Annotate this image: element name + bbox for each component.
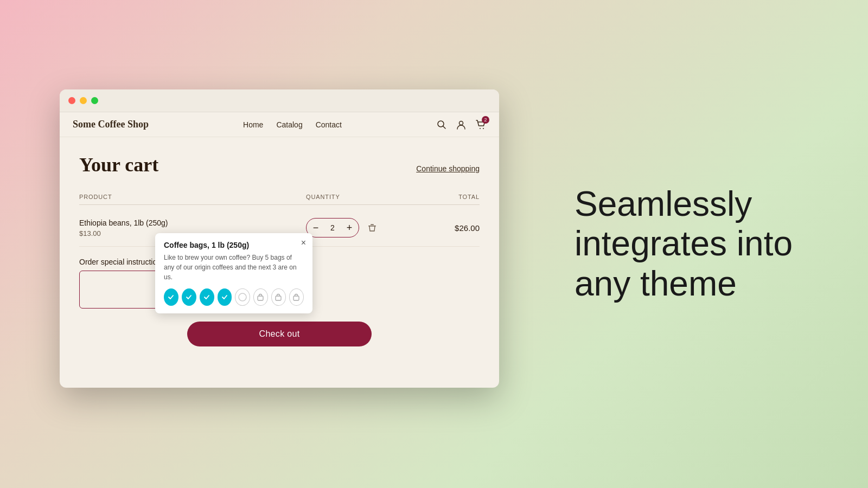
svg-rect-14: [293, 296, 299, 300]
quantity-controls: − 2 +: [306, 218, 414, 237]
popup-description: Like to brew your own coffee? Buy 5 bags…: [164, 253, 304, 282]
svg-point-2: [459, 121, 463, 125]
header-total: TOTAL: [414, 194, 480, 200]
quantity-stepper: − 2 +: [306, 218, 359, 237]
nav-links: Home Catalog Contact: [243, 120, 342, 129]
mac-window: Some Coffee Shop Home Catalog Contact: [60, 89, 499, 388]
quantity-increase-button[interactable]: +: [340, 219, 359, 237]
upsell-popup: × Coffee bags, 1 lb (250g) Like to brew …: [155, 233, 312, 313]
table-header: PRODUCT QUANTITY TOTAL: [79, 189, 480, 205]
svg-line-1: [443, 126, 446, 129]
popup-icon-bag-2: [271, 288, 286, 306]
account-icon[interactable]: [456, 119, 467, 130]
checkout-section: Check out: [79, 322, 480, 346]
popup-close-button[interactable]: ×: [301, 239, 306, 247]
cart-header: Your cart Continue shopping: [79, 153, 480, 176]
popup-icon-checked-2: [182, 288, 196, 306]
nav-home[interactable]: Home: [243, 120, 263, 129]
svg-point-4: [483, 128, 484, 129]
right-panel: Seamlessly integrates into any theme: [499, 163, 868, 326]
nav-catalog[interactable]: Catalog: [276, 120, 302, 129]
nav-contact[interactable]: Contact: [316, 120, 342, 129]
delete-item-button[interactable]: [368, 223, 376, 232]
tagline-line1: Seamlessly: [575, 184, 752, 223]
nav-icons: 2: [436, 119, 486, 130]
header-quantity: QUANTITY: [306, 194, 414, 200]
navbar: Some Coffee Shop Home Catalog Contact: [60, 112, 499, 137]
svg-rect-6: [371, 224, 374, 226]
svg-point-11: [239, 293, 246, 301]
popup-icon-checked-3: [200, 288, 214, 306]
svg-point-3: [480, 128, 481, 129]
minimize-button[interactable]: [80, 97, 87, 104]
tagline: Seamlessly integrates into any theme: [575, 184, 793, 304]
svg-rect-12: [258, 296, 263, 300]
checkout-button[interactable]: Check out: [187, 322, 372, 346]
header-product: PRODUCT: [79, 194, 306, 200]
close-button[interactable]: [68, 97, 75, 104]
product-total: $26.00: [414, 223, 480, 233]
popup-icon-checked-4: [218, 288, 232, 306]
main-content: Your cart Continue shopping PRODUCT QUAN…: [60, 137, 499, 363]
svg-rect-13: [276, 296, 281, 300]
popup-icon-bag-3: [289, 288, 304, 306]
cart-title: Your cart: [79, 153, 158, 176]
popup-icon-empty-1: [235, 288, 250, 306]
product-name: Ethiopia beans, 1lb (250g): [79, 219, 306, 227]
product-row: Ethiopia beans, 1lb (250g) $13.00 − 2 +: [79, 209, 480, 247]
tagline-line3: any theme: [575, 264, 737, 303]
popup-title: Coffee bags, 1 lb (250g): [164, 241, 304, 249]
quantity-value: 2: [325, 223, 340, 232]
maximize-button[interactable]: [91, 97, 98, 104]
popup-icons: [164, 288, 304, 306]
brand-logo: Some Coffee Shop: [73, 119, 149, 130]
tagline-line2: integrates into: [575, 224, 793, 263]
cart-badge: 2: [482, 116, 489, 124]
popup-icon-checked-1: [164, 288, 178, 306]
cart-icon[interactable]: 2: [475, 119, 486, 130]
continue-shopping-link[interactable]: Continue shopping: [416, 164, 480, 173]
search-icon[interactable]: [436, 119, 447, 130]
popup-icon-bag-1: [253, 288, 268, 306]
mac-titlebar: [60, 89, 499, 112]
